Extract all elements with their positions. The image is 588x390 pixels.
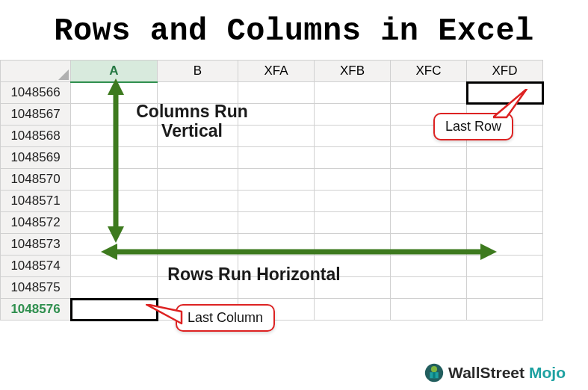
- cell[interactable]: [158, 277, 238, 299]
- row-header[interactable]: 1048571: [1, 191, 71, 212]
- cell[interactable]: [391, 212, 467, 234]
- cell[interactable]: [238, 147, 315, 169]
- cell[interactable]: [391, 104, 467, 126]
- cell[interactable]: [158, 234, 238, 256]
- cell[interactable]: [467, 126, 543, 147]
- cell[interactable]: [315, 277, 391, 299]
- svg-rect-11: [433, 372, 435, 378]
- row-header-last[interactable]: 1048576: [1, 299, 71, 321]
- cell[interactable]: [467, 191, 543, 212]
- cell[interactable]: [467, 147, 543, 169]
- cell[interactable]: [158, 147, 238, 169]
- excel-sheet: A B XFA XFB XFC XFD 1048566 1048567 1048…: [0, 60, 588, 321]
- cell[interactable]: [158, 212, 238, 234]
- cell[interactable]: [71, 169, 158, 191]
- cell[interactable]: [71, 234, 158, 256]
- page-title: Rows and Columns in Excel: [0, 0, 588, 60]
- cell[interactable]: [315, 104, 391, 126]
- wallstreetmojo-logo-icon: [424, 363, 444, 383]
- row-header[interactable]: 1048574: [1, 256, 71, 277]
- select-all-corner[interactable]: [1, 61, 71, 82]
- cell[interactable]: [391, 191, 467, 212]
- col-header-XFC[interactable]: XFC: [391, 61, 467, 82]
- watermark-text1: WallStreet: [448, 364, 524, 382]
- cell[interactable]: [467, 212, 543, 234]
- cell[interactable]: [391, 147, 467, 169]
- cell[interactable]: [158, 126, 238, 147]
- cell[interactable]: [238, 256, 315, 277]
- cell[interactable]: [158, 299, 238, 321]
- spreadsheet-grid[interactable]: A B XFA XFB XFC XFD 1048566 1048567 1048…: [0, 60, 543, 321]
- cell-last-row[interactable]: [71, 299, 158, 321]
- cell[interactable]: [391, 169, 467, 191]
- cell[interactable]: [158, 82, 238, 104]
- row-header[interactable]: 1048567: [1, 104, 71, 126]
- cell[interactable]: [467, 256, 543, 277]
- cell[interactable]: [315, 126, 391, 147]
- cell[interactable]: [391, 126, 467, 147]
- cell[interactable]: [71, 126, 158, 147]
- cell[interactable]: [315, 212, 391, 234]
- cell[interactable]: [238, 82, 315, 104]
- cell[interactable]: [391, 277, 467, 299]
- cell[interactable]: [238, 234, 315, 256]
- cell[interactable]: [71, 147, 158, 169]
- svg-point-9: [431, 366, 437, 372]
- row-header[interactable]: 1048569: [1, 147, 71, 169]
- col-header-B[interactable]: B: [158, 61, 238, 82]
- cell[interactable]: [391, 299, 467, 321]
- cell[interactable]: [71, 256, 158, 277]
- cell[interactable]: [315, 256, 391, 277]
- row-header[interactable]: 1048575: [1, 277, 71, 299]
- col-header-A[interactable]: A: [71, 61, 158, 82]
- cell[interactable]: [467, 277, 543, 299]
- cell[interactable]: [238, 191, 315, 212]
- cell[interactable]: [238, 126, 315, 147]
- cell[interactable]: [467, 234, 543, 256]
- cell[interactable]: [71, 104, 158, 126]
- row-header[interactable]: 1048572: [1, 212, 71, 234]
- row-header[interactable]: 1048566: [1, 82, 71, 104]
- cell[interactable]: [315, 299, 391, 321]
- cell[interactable]: [391, 234, 467, 256]
- cell[interactable]: [391, 82, 467, 104]
- cell[interactable]: [238, 212, 315, 234]
- grid-body: 1048566 1048567 1048568 1048569 1048570 …: [1, 82, 543, 321]
- cell[interactable]: [391, 256, 467, 277]
- cell[interactable]: [71, 82, 158, 104]
- cell[interactable]: [315, 234, 391, 256]
- cell[interactable]: [238, 169, 315, 191]
- cell[interactable]: [315, 169, 391, 191]
- cell[interactable]: [467, 169, 543, 191]
- cell[interactable]: [467, 299, 543, 321]
- cell[interactable]: [467, 104, 543, 126]
- cell[interactable]: [71, 212, 158, 234]
- cell[interactable]: [158, 256, 238, 277]
- cell[interactable]: [158, 104, 238, 126]
- col-header-XFD[interactable]: XFD: [467, 61, 543, 82]
- col-header-XFA[interactable]: XFA: [238, 61, 315, 82]
- cell[interactable]: [315, 82, 391, 104]
- cell[interactable]: [71, 277, 158, 299]
- cell[interactable]: [158, 169, 238, 191]
- cell[interactable]: [71, 191, 158, 212]
- cell[interactable]: [315, 191, 391, 212]
- cell[interactable]: [315, 147, 391, 169]
- col-header-XFB[interactable]: XFB: [315, 61, 391, 82]
- cell[interactable]: [238, 277, 315, 299]
- row-header[interactable]: 1048570: [1, 169, 71, 191]
- watermark-text2: Mojo: [529, 364, 566, 382]
- cell[interactable]: [238, 104, 315, 126]
- row-header[interactable]: 1048573: [1, 234, 71, 256]
- row-header[interactable]: 1048568: [1, 126, 71, 147]
- cell-xfd-first[interactable]: [467, 82, 543, 104]
- watermark: WallStreetMojo: [424, 363, 566, 383]
- cell[interactable]: [238, 299, 315, 321]
- cell[interactable]: [158, 191, 238, 212]
